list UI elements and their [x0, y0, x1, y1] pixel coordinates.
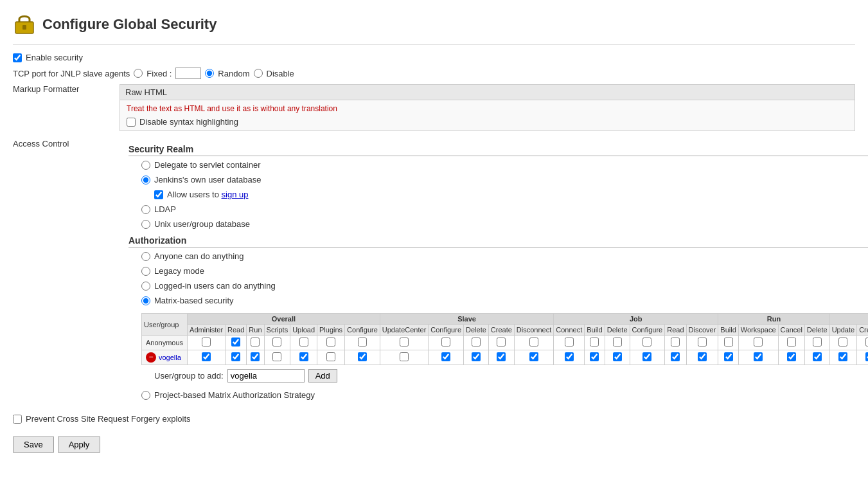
realm-unix-radio[interactable]: [141, 220, 150, 229]
disable-syntax-checkbox[interactable]: [127, 118, 136, 127]
vogella-upload[interactable]: [299, 352, 308, 361]
anon-scripts[interactable]: [272, 338, 281, 346]
vogella-slave-delete[interactable]: [472, 352, 481, 361]
anon-job-configure[interactable]: [642, 338, 651, 346]
vogella-run-cancel[interactable]: [787, 352, 796, 361]
vogella-administer[interactable]: [202, 352, 211, 361]
auth-project-row: Project-based Matrix Authorization Strat…: [141, 390, 868, 400]
col-run-delete: Delete: [804, 325, 829, 336]
add-user-row: User/group to add: Add: [154, 369, 868, 382]
add-user-input[interactable]: [227, 369, 305, 382]
anon-plugins[interactable]: [326, 338, 335, 346]
table-row: Anonymous: [142, 336, 869, 350]
vogella-run-build[interactable]: [724, 352, 733, 361]
anon-job-delete[interactable]: [613, 338, 622, 346]
anon-administer[interactable]: [202, 338, 211, 346]
col-slave-disconnect: Disconnect: [514, 325, 553, 336]
vogella-run-delete[interactable]: [813, 352, 822, 361]
save-button[interactable]: Save: [13, 437, 54, 453]
allow-signup-row: Allow users to sign up: [154, 190, 868, 199]
vogella-slave-configure[interactable]: [441, 352, 450, 361]
tcp-random-label: Random: [218, 69, 249, 78]
formatter-body: Treat the text as HTML and use it as is …: [120, 100, 855, 130]
realm-jenkins-label: Jenkins's own user database: [154, 175, 261, 184]
anon-view-update[interactable]: [838, 338, 847, 346]
vogella-run-workspace[interactable]: [754, 352, 763, 361]
slave-header: Slave: [380, 314, 553, 325]
lock-icon: [13, 12, 36, 37]
anon-run-workspace[interactable]: [754, 338, 763, 346]
page-wrapper: Configure Global Security Enable securit…: [0, 0, 868, 486]
formatter-selected[interactable]: Raw HTML: [120, 85, 855, 100]
anon-run-build[interactable]: [724, 338, 733, 346]
anon-slave-create[interactable]: [497, 338, 506, 346]
markup-formatter-row: Markup Formatter Raw HTML Treat the text…: [13, 84, 855, 131]
vogella-slave-disconnect[interactable]: [529, 352, 538, 361]
anon-slave-configure[interactable]: [441, 338, 450, 346]
add-button[interactable]: Add: [308, 369, 337, 382]
vogella-read[interactable]: [231, 352, 240, 361]
apply-button[interactable]: Apply: [58, 437, 101, 453]
anon-job-build[interactable]: [590, 338, 599, 346]
anon-slave-connect[interactable]: [565, 338, 574, 346]
vogella-plugins[interactable]: [326, 352, 335, 361]
allow-signup-checkbox[interactable]: [154, 190, 163, 199]
realm-ldap-radio[interactable]: [141, 205, 150, 214]
anon-job-discover[interactable]: [698, 338, 707, 346]
anon-slave-disconnect[interactable]: [529, 338, 538, 346]
realm-ldap-row: LDAP: [141, 204, 868, 214]
auth-project-label: Project-based Matrix Authorization Strat…: [154, 390, 315, 400]
anon-updatecenter[interactable]: [400, 338, 409, 346]
anon-upload[interactable]: [299, 338, 308, 346]
csrf-checkbox[interactable]: [13, 415, 22, 424]
vogella-job-build[interactable]: [590, 352, 599, 361]
tcp-disable-radio[interactable]: [254, 69, 263, 78]
col-scripts: Scripts: [264, 325, 290, 336]
anon-job-read[interactable]: [671, 338, 680, 346]
auth-legacy-label: Legacy mode: [154, 266, 204, 276]
anon-read[interactable]: [231, 338, 240, 346]
realm-jenkins-radio[interactable]: [141, 176, 150, 184]
tcp-fixed-input[interactable]: [175, 68, 201, 79]
auth-loggedin-radio[interactable]: [141, 282, 150, 291]
anon-slave-delete[interactable]: [472, 338, 481, 346]
vogella-job-read[interactable]: [671, 352, 680, 361]
tcp-random-radio[interactable]: [205, 69, 214, 78]
signup-link[interactable]: sign up: [222, 190, 249, 199]
vogella-view-create[interactable]: [865, 352, 868, 361]
anon-view-create[interactable]: [865, 338, 868, 346]
col-plugins: Plugins: [317, 325, 345, 336]
run-header: Run: [718, 314, 829, 325]
anon-run-cancel[interactable]: [787, 338, 796, 346]
col-job-discover: Discover: [686, 325, 718, 336]
markup-formatter-box: Raw HTML Treat the text as HTML and use …: [120, 84, 855, 131]
anon-run[interactable]: [251, 338, 260, 346]
svg-rect-1: [22, 25, 26, 30]
anon-configure-oc[interactable]: [358, 338, 367, 346]
vogella-updatecenter[interactable]: [400, 352, 409, 361]
vogella-job-discover[interactable]: [698, 352, 707, 361]
vogella-slave-connect[interactable]: [565, 352, 574, 361]
vogella-view-update[interactable]: [838, 352, 847, 361]
col-job-delete: Delete: [605, 325, 630, 336]
auth-matrix-radio[interactable]: [141, 296, 150, 305]
vogella-job-delete[interactable]: [613, 352, 622, 361]
vogella-run[interactable]: [251, 352, 260, 361]
auth-legacy-row: Legacy mode: [141, 266, 868, 276]
vogella-job-configure[interactable]: [642, 352, 651, 361]
vogella-link[interactable]: vogella: [159, 354, 181, 361]
auth-project-radio[interactable]: [141, 391, 150, 400]
vogella-configure-oc[interactable]: [358, 352, 367, 361]
col-job-configure: Configure: [630, 325, 665, 336]
auth-anyone-radio[interactable]: [141, 252, 150, 261]
tcp-fixed-radio[interactable]: [134, 69, 143, 78]
realm-delegate-radio[interactable]: [141, 161, 150, 170]
vogella-slave-create[interactable]: [497, 352, 506, 361]
vogella-scripts[interactable]: [272, 352, 281, 361]
col-slave-delete: Delete: [464, 325, 489, 336]
vogella-remove-btn[interactable]: −: [146, 352, 156, 363]
anon-run-delete[interactable]: [813, 338, 822, 346]
auth-legacy-radio[interactable]: [141, 267, 150, 276]
enable-security-checkbox[interactable]: [13, 53, 22, 62]
page-header: Configure Global Security: [13, 6, 855, 45]
